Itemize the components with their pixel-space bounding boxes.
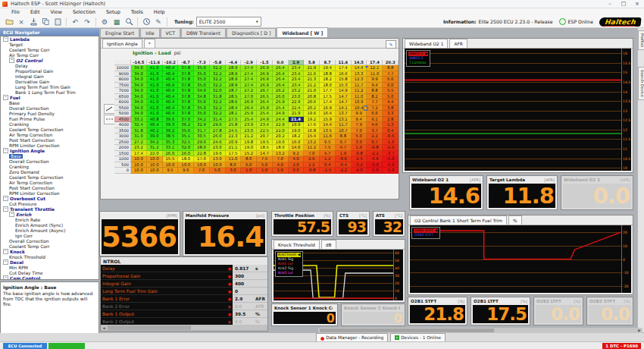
table-cell[interactable]: 3.3: [383, 111, 399, 117]
close-file-icon[interactable]: ×: [16, 17, 27, 27]
expand-icon[interactable]: −: [3, 275, 8, 280]
table-cell[interactable]: 26.4: [273, 65, 289, 71]
table-cell[interactable]: 18.2: [289, 134, 305, 140]
undo-icon[interactable]: ↶: [70, 17, 80, 27]
redo-icon[interactable]: ↷: [82, 17, 92, 27]
legend-o2b2-stft[interactable]: O2B2 STFT: [414, 233, 438, 237]
dashed-view-button[interactable]: [104, 115, 115, 124]
table-cell[interactable]: 26.9: [257, 83, 273, 89]
tree-item-overall-correction[interactable]: Overall Correction: [1, 238, 98, 244]
tree-item-o2-control[interactable]: −O2 Control: [1, 58, 98, 63]
settings-gear-icon[interactable]: ⚙: [99, 17, 110, 27]
table-cell[interactable]: 1.2: [320, 156, 336, 162]
tab-knock-threshold[interactable]: Knock Threshold: [274, 240, 320, 249]
table-cell[interactable]: 0.4: [320, 162, 336, 168]
table-cell[interactable]: 13.7: [336, 111, 352, 117]
table-cell[interactable]: 32.0: [210, 88, 226, 94]
table-cell[interactable]: -1.6: [383, 140, 399, 146]
table-cell[interactable]: 5.0: [257, 162, 273, 168]
row-header[interactable]: 6000: [114, 99, 131, 105]
side-tab-profiles[interactable]: Profiles: [638, 30, 644, 50]
table-cell[interactable]: 34.2: [147, 140, 163, 146]
table-cell[interactable]: 26.4: [273, 83, 289, 89]
table-cell[interactable]: -0.4: [336, 162, 352, 168]
table-cell[interactable]: 1.9: [336, 151, 352, 157]
table-cell[interactable]: 4.0: [273, 162, 289, 168]
minimize-button[interactable]: –: [603, 1, 617, 7]
table-cell[interactable]: 35.1: [178, 134, 194, 140]
tree-item-enrich[interactable]: −Enrich: [1, 212, 98, 217]
table-cell[interactable]: 28.7: [226, 88, 242, 94]
legend-knk2-lvl[interactable]: Knk2 Lvl: [277, 271, 301, 275]
table-cell[interactable]: 41.0: [147, 111, 163, 117]
table-cell[interactable]: 9.9: [367, 77, 383, 83]
tab-ignition-angle[interactable]: Ignition Angle: [102, 39, 142, 48]
table-cell[interactable]: 17.0: [194, 156, 210, 162]
table-cell[interactable]: 20.2: [304, 105, 320, 112]
table-cell[interactable]: 20.2: [273, 134, 289, 140]
table-cell[interactable]: 11.2: [304, 145, 320, 151]
table-cell[interactable]: 25.4: [257, 111, 273, 117]
table-cell[interactable]: -5.0: [383, 156, 399, 162]
table-cell[interactable]: 5.0: [383, 94, 399, 100]
table-cell[interactable]: 25.8: [226, 122, 242, 128]
table-cell[interactable]: 9.0: [178, 168, 194, 174]
table-cell[interactable]: 23.4: [257, 122, 273, 128]
tree-item-cam-control[interactable]: −Cam Control: [1, 275, 98, 280]
table-cell[interactable]: 14.7: [336, 99, 352, 105]
table-cell[interactable]: 40.4: [163, 65, 179, 71]
table-cell[interactable]: 14.1: [336, 105, 352, 112]
col-header[interactable]: -14.5: [131, 60, 147, 65]
table-cell[interactable]: 27.2: [131, 140, 147, 146]
table-cell[interactable]: 28.0: [194, 145, 210, 151]
table-cell[interactable]: 3.0: [226, 168, 242, 174]
table-cell[interactable]: 22.3: [226, 134, 242, 140]
axis-edit-button[interactable]: ✎: [386, 40, 396, 49]
table-cell[interactable]: 26.4: [273, 77, 289, 83]
table-cell[interactable]: 22.4: [289, 105, 305, 112]
tree-item-post-start-correction[interactable]: Post Start Correction: [1, 137, 98, 143]
table-cell[interactable]: 26.7: [257, 88, 273, 94]
col-header[interactable]: 5.8: [304, 60, 320, 65]
table-cell[interactable]: 1.0: [257, 168, 273, 174]
table-cell[interactable]: 9.5: [320, 140, 336, 146]
table-cell[interactable]: 22.0: [273, 128, 289, 134]
table-cell[interactable]: 32.2: [210, 77, 226, 83]
table-cell[interactable]: 2.8: [383, 117, 399, 123]
table-cell[interactable]: 15.3: [336, 83, 352, 89]
table-cell[interactable]: 34.0: [131, 88, 147, 94]
tree-item-coolant-temp-corr[interactable]: Coolant Temp Corr: [1, 244, 98, 249]
table-cell[interactable]: 24.9: [257, 117, 273, 123]
row-header[interactable]: 4000: [114, 122, 131, 128]
tree-item-cranking[interactable]: Cranking: [1, 121, 98, 127]
table-cell[interactable]: 24.9: [273, 111, 289, 117]
dashboard-hscrollbar[interactable]: ▶: [318, 328, 642, 333]
table-cell[interactable]: 8.0: [226, 162, 242, 168]
table-cell[interactable]: 13.1: [336, 117, 352, 123]
table-cell[interactable]: 16.6: [336, 71, 352, 77]
table-cell[interactable]: 1.0: [352, 145, 367, 151]
table-cell[interactable]: 18.0: [273, 145, 289, 151]
table-cell[interactable]: 17.5: [226, 151, 242, 157]
col-header[interactable]: -2.9: [241, 60, 257, 65]
table-cell[interactable]: 26.0: [273, 94, 289, 100]
table-cell[interactable]: 10.0: [194, 162, 210, 168]
tree-item-ignition-angle[interactable]: −Ignition Angle: [1, 148, 98, 153]
table-cell[interactable]: -5.0: [367, 162, 383, 168]
table-cell[interactable]: 12.1: [367, 65, 383, 71]
table-cell[interactable]: 11.0: [226, 156, 242, 162]
menu-selection[interactable]: Selection: [67, 9, 101, 15]
row-header[interactable]: 9000: [114, 71, 131, 77]
table-cell[interactable]: 1.3: [383, 122, 399, 128]
table-cell[interactable]: 27.4: [241, 71, 257, 77]
tree-item-knock-threshold[interactable]: Knock Threshold: [1, 254, 98, 259]
table-cell[interactable]: 28.5: [226, 94, 242, 100]
table-cell[interactable]: 17.7: [320, 88, 336, 94]
table-cell[interactable]: 13.0: [210, 156, 226, 162]
tree-item-delay[interactable]: Delay: [1, 63, 98, 68]
table-cell[interactable]: 28.9: [226, 77, 242, 83]
table-cell[interactable]: 7.5: [320, 145, 336, 151]
col-header[interactable]: -7.3: [194, 60, 210, 65]
table-cell[interactable]: 7.7: [383, 71, 399, 77]
table-cell[interactable]: 18.8: [320, 71, 336, 77]
